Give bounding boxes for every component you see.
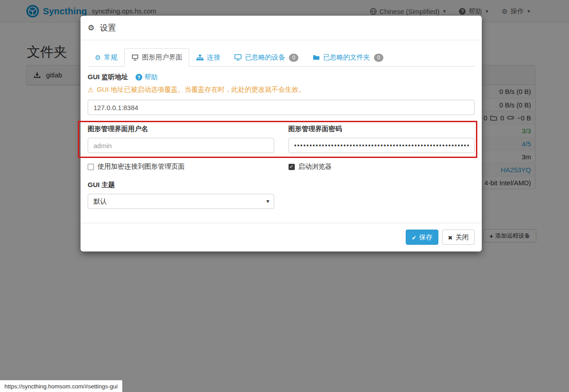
- check-icon: [412, 234, 416, 241]
- browser-status-bar: https://syncthing.homsom.com/#settings-g…: [0, 380, 123, 392]
- screen: Syncthing syncthing.ops.hs.com Chinese (…: [0, 0, 569, 392]
- close-button[interactable]: 关闭: [442, 230, 475, 245]
- use-https-label: 使用加密连接到图形管理页面: [98, 162, 185, 171]
- gui-theme-selected-value: 默认: [93, 197, 107, 206]
- close-icon: [448, 234, 453, 241]
- close-button-label: 关闭: [455, 233, 469, 242]
- tab-ignored-devices-label: 已忽略的设备: [245, 53, 285, 62]
- status-url-text: https://syncthing.homsom.com/#settings-g…: [4, 383, 118, 390]
- monitor-outline-icon: [234, 54, 242, 61]
- gui-password-input[interactable]: [289, 138, 475, 153]
- tab-general-label: 常规: [104, 53, 117, 62]
- gui-username-input[interactable]: [88, 138, 274, 153]
- settings-modal-body: 常规 图形用户界面 连接: [81, 40, 482, 223]
- settings-modal: 设置 常规 图形用户界面 连接: [81, 16, 482, 251]
- listen-address-input[interactable]: [88, 100, 475, 115]
- settings-tabs: 常规 图形用户界面 连接: [88, 48, 475, 67]
- gear-icon: [95, 54, 101, 61]
- ignored-devices-badge: 0: [289, 54, 298, 62]
- monitor-icon: [132, 54, 139, 61]
- tab-gui-label: 图形用户界面: [142, 53, 182, 62]
- start-browser-label: 启动浏览器: [298, 162, 332, 171]
- help-link[interactable]: 帮助: [136, 73, 158, 81]
- ignored-folders-badge: 0: [374, 54, 383, 62]
- tab-gui[interactable]: 图形用户界面: [124, 48, 189, 67]
- listen-address-label: GUI 监听地址: [88, 73, 128, 81]
- override-warning: GUI 地址已被启动选项覆盖。当覆盖存在时，此处的更改就不会生效。: [88, 85, 475, 94]
- tab-general[interactable]: 常规: [88, 48, 124, 67]
- start-browser-checkbox[interactable]: 启动浏览器: [289, 162, 475, 171]
- tab-ignored-devices[interactable]: 已忽略的设备 0: [227, 48, 306, 67]
- settings-modal-footer: 保存 关闭: [81, 223, 482, 251]
- tab-ignored-folders[interactable]: 已忽略的文件夹 0: [306, 48, 391, 67]
- tab-connections[interactable]: 连接: [189, 48, 227, 67]
- gui-theme-label: GUI 主题: [88, 181, 115, 189]
- tab-ignored-folders-label: 已忽略的文件夹: [323, 53, 370, 62]
- gear-icon: [88, 24, 94, 32]
- settings-modal-header: 设置: [81, 16, 482, 40]
- warning-triangle-icon: [88, 86, 93, 94]
- sitemap-icon: [196, 55, 204, 61]
- checkbox-unchecked-icon: [88, 164, 94, 170]
- use-https-checkbox[interactable]: 使用加密连接到图形管理页面: [88, 162, 274, 171]
- gui-theme-select[interactable]: 默认: [88, 194, 274, 209]
- question-circle-icon: [136, 74, 142, 81]
- override-warning-text: GUI 地址已被启动选项覆盖。当覆盖存在时，此处的更改就不会生效。: [97, 85, 305, 94]
- gui-password-label: 图形管理界面密码: [289, 125, 342, 132]
- save-button[interactable]: 保存: [406, 230, 438, 245]
- modal-title: 设置: [100, 22, 116, 33]
- gui-username-label: 图形管理界面用户名: [88, 125, 148, 132]
- tab-connections-label: 连接: [207, 53, 220, 62]
- help-link-label: 帮助: [144, 73, 158, 81]
- checkbox-checked-icon: [289, 164, 295, 170]
- save-button-label: 保存: [419, 233, 433, 242]
- folder-icon: [313, 55, 320, 60]
